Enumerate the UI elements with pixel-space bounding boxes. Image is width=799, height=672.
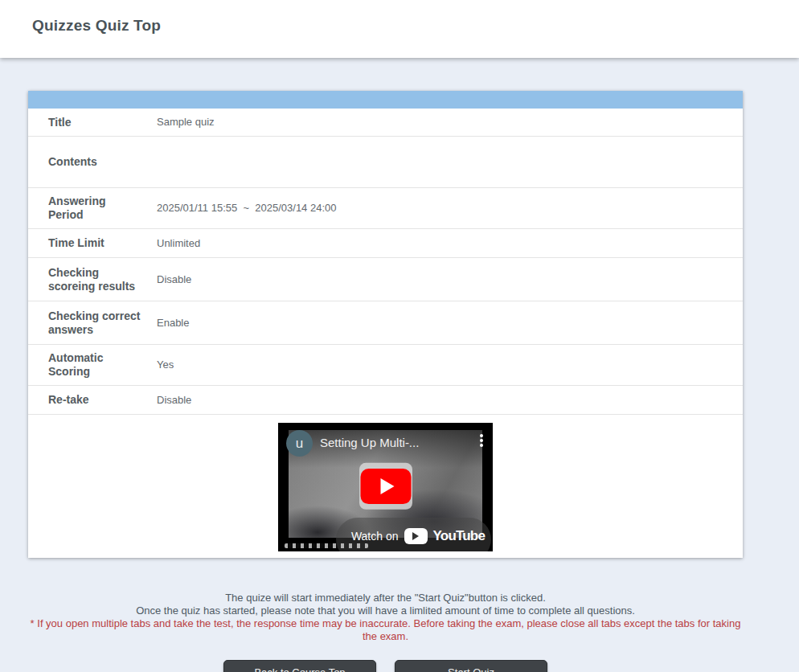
watch-on-label[interactable]: Watch on	[351, 530, 399, 543]
page-title: Quizzes Quiz Top	[0, 0, 799, 35]
table-row-checking-scoring-results: Checking scoreing results Disable	[28, 258, 743, 301]
table-row-retake: Re-take Disable	[28, 386, 743, 415]
row-value: Unlimited	[157, 231, 743, 256]
youtube-embed[interactable]: u Setting Up Multi-... Watch on YouTube	[278, 423, 493, 551]
table-row-checking-correct-answers: Checking correct answers Enable	[28, 301, 743, 345]
video-section: u Setting Up Multi-... Watch on YouTube	[28, 415, 743, 558]
note-line-2: Once the quiz has started, please note t…	[28, 604, 743, 617]
quiz-notes: The quize will start immediately after t…	[28, 592, 743, 643]
row-value: Disable	[157, 267, 743, 293]
action-buttons: Back to Course Top Start Quiz	[28, 660, 743, 672]
row-value: Yes	[157, 352, 743, 378]
row-label: Checking correct answers	[28, 303, 157, 343]
row-value: Sample quiz	[157, 109, 743, 135]
row-value: 2025/01/11 15:55 ~ 2025/03/14 24:00	[157, 195, 743, 221]
table-row-answering-period: Answering Period 2025/01/11 15:55 ~ 2025…	[28, 188, 743, 229]
youtube-wordmark[interactable]: YouTube	[433, 528, 486, 544]
row-label: Title	[28, 109, 157, 136]
row-label: Contents	[28, 149, 157, 175]
youtube-logo-triangle-icon	[412, 532, 419, 540]
row-value: Disable	[157, 387, 743, 413]
channel-avatar[interactable]: u	[286, 430, 313, 457]
row-value	[157, 156, 743, 169]
multi-tab-warning: * If you open multiple tabs and take the…	[28, 617, 743, 643]
row-label: Re-take	[28, 387, 157, 413]
table-row-title: Title Sample quiz	[28, 109, 743, 137]
table-row-automatic-scoring: Automatic Scoring Yes	[28, 345, 743, 386]
play-triangle-icon	[380, 478, 394, 494]
quiz-info-panel: Title Sample quiz Contents Answering Per…	[28, 91, 743, 558]
watch-on-youtube[interactable]: Watch on YouTube	[278, 528, 493, 544]
row-label: Automatic Scoring	[28, 345, 157, 385]
back-to-course-top-button[interactable]: Back to Course Top	[223, 660, 376, 672]
youtube-play-logo-icon[interactable]	[404, 528, 428, 544]
main-content: Title Sample quiz Contents Answering Per…	[28, 91, 743, 672]
page-header: Quizzes Quiz Top	[0, 0, 799, 58]
table-row-time-limit: Time Limit Unlimited	[28, 229, 743, 258]
video-title[interactable]: Setting Up Multi-...	[320, 436, 465, 449]
row-label: Answering Period	[28, 188, 157, 228]
table-header-bar	[28, 91, 743, 109]
kebab-menu-icon[interactable]	[480, 434, 483, 437]
row-label: Time Limit	[28, 230, 157, 256]
play-button[interactable]	[360, 469, 411, 504]
start-quiz-button[interactable]: Start Quiz	[395, 660, 547, 672]
table-row-contents: Contents	[28, 137, 743, 188]
row-value: Enable	[157, 310, 743, 336]
row-label: Checking scoreing results	[28, 260, 157, 300]
note-line-1: The quize will start immediately after t…	[28, 592, 743, 604]
